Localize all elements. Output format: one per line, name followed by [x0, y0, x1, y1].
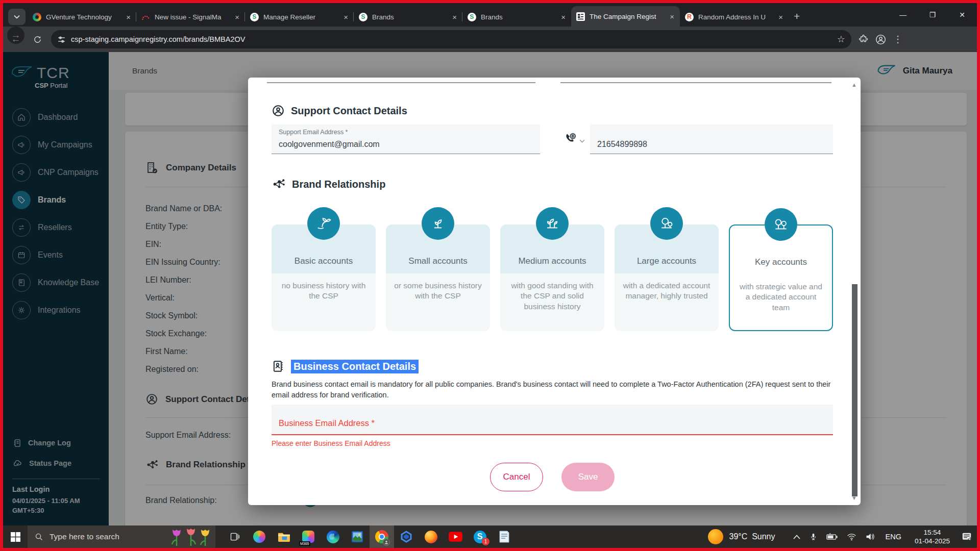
clock-time: 15:54: [915, 528, 950, 537]
browser-tab-random-address[interactable]: R Random Address In U ×: [680, 7, 789, 27]
tray-chevron-icon[interactable]: [793, 535, 800, 539]
tab-close-icon[interactable]: ×: [777, 13, 785, 21]
save-button[interactable]: Save: [561, 463, 615, 491]
browser-tab-new-issue[interactable]: New issue - SignalMa ×: [136, 7, 245, 27]
notepad-app-icon[interactable]: [492, 525, 517, 548]
extensions-icon[interactable]: [859, 35, 868, 44]
copilot-app-icon[interactable]: [247, 525, 272, 548]
support-email-input[interactable]: Support Email Address * coolgovenment@gm…: [272, 124, 540, 154]
browser-tab-campaign-registry-active[interactable]: The Campaign Regist ×: [571, 6, 680, 27]
sun-icon: [708, 529, 723, 544]
modal-scroll-down-arrow[interactable]: ▼: [851, 495, 857, 501]
browser-tab-brands-2[interactable]: S Brands ×: [462, 7, 571, 27]
tab-close-icon[interactable]: ×: [233, 13, 241, 21]
chrome-browser-icon-active[interactable]: [370, 525, 394, 548]
s-favicon-icon: S: [359, 13, 368, 21]
language-indicator[interactable]: ENG: [886, 533, 901, 541]
page-viewport: TCR CSP Portal Dashboard My Campaigns CN…: [3, 52, 977, 525]
browser-tab-manage-reseller[interactable]: S Manage Reseller ×: [245, 7, 354, 27]
window-maximize-button[interactable]: ❐: [918, 3, 947, 27]
signal-arc-favicon-icon: [141, 13, 150, 21]
cancel-button[interactable]: Cancel: [490, 463, 543, 491]
wifi-icon[interactable]: [847, 533, 856, 541]
tab-search-button[interactable]: [8, 9, 26, 25]
phone-country-selector[interactable]: [540, 124, 590, 154]
tab-title: The Campaign Regist: [590, 13, 668, 20]
forward-button[interactable]: →: [7, 27, 24, 44]
microphone-icon[interactable]: [810, 532, 817, 541]
tier-description: or some business history with the CSP: [386, 273, 490, 302]
edit-brand-modal: Support Contact Details Support Email Ad…: [248, 78, 861, 505]
edge-browser-icon[interactable]: [321, 525, 345, 548]
tier-small-accounts[interactable]: Small accounts or some business history …: [386, 224, 490, 331]
firefox-browser-icon[interactable]: [419, 525, 443, 548]
search-icon: [35, 533, 43, 541]
search-tulips-image[interactable]: [168, 527, 213, 547]
browser-menu-icon[interactable]: ⋮: [893, 34, 902, 45]
refresh-button[interactable]: [29, 31, 46, 48]
tier-large-accounts[interactable]: Large accounts with a dedicated account …: [615, 224, 719, 331]
skype-notification-badge: 1: [482, 538, 489, 545]
business-contact-title-selected: Business Contact Details: [291, 360, 419, 373]
photos-app-icon[interactable]: [345, 525, 370, 548]
skype-app-icon[interactable]: S 1: [468, 525, 492, 548]
browser-tab-bar: GVenture Technology × New issue - Signal…: [3, 3, 977, 27]
chrome-profile-badge: [383, 539, 390, 546]
bookmark-star-icon[interactable]: ☆: [837, 34, 845, 45]
tier-name: Key accounts: [755, 257, 807, 267]
support-phone-input[interactable]: 21654899898: [590, 124, 833, 154]
tab-close-icon[interactable]: ×: [125, 13, 132, 21]
tier-medium-accounts[interactable]: Medium accounts with good standing with …: [500, 224, 604, 331]
site-settings-icon[interactable]: [57, 35, 66, 44]
modal-support-heading: Support Contact Details: [272, 103, 833, 118]
browser-tab-gventure[interactable]: GVenture Technology ×: [28, 7, 136, 27]
battery-icon[interactable]: [826, 533, 838, 540]
s-favicon-icon: S: [250, 13, 259, 21]
address-bar[interactable]: csp-staging.campaignregistry.com/brands/…: [51, 30, 851, 48]
speaker-icon[interactable]: [866, 533, 875, 541]
m365-copilot-app-icon[interactable]: M365: [296, 525, 321, 548]
business-email-error: Please enter Business Email Address: [272, 439, 833, 447]
tier-description: with strategic value and a dedicated acc…: [730, 274, 832, 313]
modal-support-title: Support Contact Details: [291, 105, 407, 117]
task-view-button[interactable]: [223, 525, 247, 548]
new-tab-button[interactable]: +: [794, 10, 800, 22]
taskbar-search[interactable]: Type here to search: [28, 525, 215, 548]
taskbar-weather[interactable]: 39°C Sunny: [708, 529, 775, 544]
tab-close-icon[interactable]: ×: [668, 12, 676, 21]
tier-description: with good standing with the CSP and soli…: [500, 273, 604, 312]
contact-card-icon: [272, 360, 285, 373]
taskbar-clock[interactable]: 15:54 01-04-2025: [915, 528, 950, 545]
window-minimize-button[interactable]: —: [888, 3, 918, 27]
browser-tab-brands-1[interactable]: S Brands ×: [354, 7, 462, 27]
business-contact-description: Brand business contact email is mandator…: [272, 379, 833, 400]
truncated-field: [560, 78, 831, 83]
tier-description: no business history with the CSP: [272, 273, 376, 302]
weather-condition: Sunny: [752, 532, 775, 541]
modal-scroll-up-arrow[interactable]: ▲: [851, 82, 857, 88]
tab-close-icon[interactable]: ×: [451, 13, 458, 21]
person-circle-icon: [272, 104, 285, 117]
tier-name: Medium accounts: [518, 256, 586, 266]
youtube-app-icon[interactable]: [443, 525, 468, 548]
tab-close-icon[interactable]: ×: [342, 13, 350, 21]
modal-scrollbar-thumb[interactable]: [852, 284, 857, 496]
tab-close-icon[interactable]: ×: [559, 13, 567, 21]
search-placeholder: Type here to search: [50, 532, 119, 541]
truncated-field: [267, 78, 535, 83]
tier-basic-accounts[interactable]: Basic accounts no business history with …: [272, 224, 376, 331]
file-explorer-icon[interactable]: [272, 525, 296, 548]
start-button[interactable]: [3, 525, 28, 548]
small-plant-icon: [422, 207, 454, 240]
chevron-down-icon: [579, 139, 585, 143]
windows-taskbar: Type here to search M365: [3, 525, 977, 548]
tier-key-accounts-selected[interactable]: Key accounts with strategic value and a …: [729, 224, 833, 331]
basic-plant-icon: [307, 207, 340, 240]
business-email-input[interactable]: Business Email Address *: [272, 405, 833, 435]
window-close-button[interactable]: ✕: [947, 3, 977, 27]
url-text[interactable]: csp-staging.campaignregistry.com/brands/…: [71, 35, 837, 43]
molecule-icon: [272, 177, 286, 191]
blue-app-icon[interactable]: [394, 525, 419, 548]
notification-center-icon[interactable]: [962, 532, 972, 541]
profile-icon[interactable]: [875, 34, 886, 45]
